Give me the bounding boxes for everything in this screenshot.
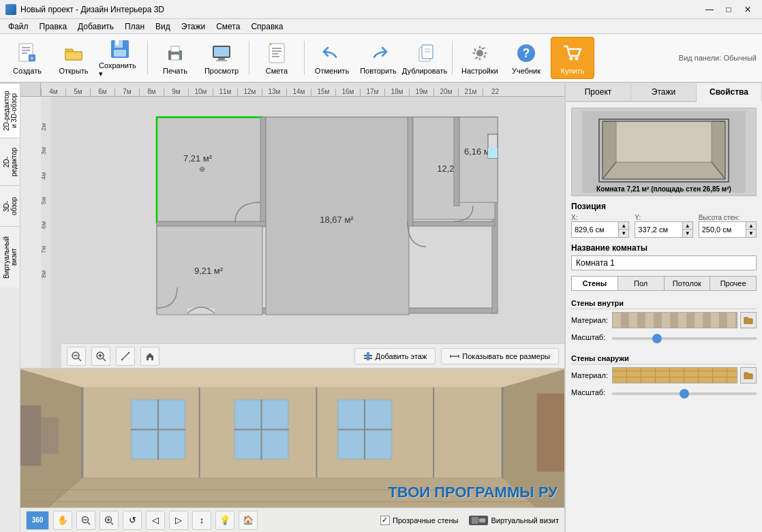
svg-text:⊕: ⊕	[199, 165, 205, 173]
ruler-mark: 7м	[115, 89, 139, 97]
pos-y-down[interactable]: ▼	[683, 230, 692, 237]
svg-line-113	[88, 522, 90, 525]
sidebar-tab-3d[interactable]: 3D-обзор	[0, 185, 20, 226]
tab-floors[interactable]: Этажи	[631, 83, 697, 101]
zoom-out-3d[interactable]	[76, 511, 95, 530]
walls-inside-scale-slider[interactable]	[612, 337, 757, 340]
undo-button[interactable]: Отменить	[310, 37, 354, 79]
pos-x-down[interactable]: ▼	[619, 230, 628, 237]
tab-project[interactable]: Проект	[566, 83, 631, 101]
menu-file[interactable]: Файл	[3, 20, 34, 33]
pos-y-up[interactable]: ▲	[683, 222, 692, 230]
walls-outside-scale-slider[interactable]	[612, 392, 757, 395]
pos-y-arrows: ▲ ▼	[682, 222, 692, 237]
save-button[interactable]: Сохранить ▾	[98, 37, 142, 79]
zoom-in-button[interactable]	[91, 347, 110, 366]
pos-height-down[interactable]: ▼	[746, 230, 756, 237]
transparent-walls-check[interactable]: ✓	[380, 516, 390, 525]
virtual-visit-icon	[469, 516, 488, 525]
mat-tab-ceiling[interactable]: Потолок	[665, 277, 711, 290]
sidebar-tab-2d-3d[interactable]: 2D-редактор и 3D-обзор	[0, 83, 20, 138]
menu-plan[interactable]: План	[119, 20, 150, 33]
floor-plan-canvas[interactable]: 2м 3м 4м 5м 6м 7м 8м	[41, 97, 564, 368]
zoom-in-3d[interactable]	[100, 511, 119, 530]
separator-1	[147, 41, 148, 75]
print-button[interactable]: Печать	[153, 37, 197, 79]
close-button[interactable]: ✕	[739, 2, 757, 17]
pos-x-input[interactable]	[572, 222, 618, 237]
menu-add[interactable]: Добавить	[72, 20, 119, 33]
menu-help[interactable]: Справка	[245, 20, 288, 33]
walls-inside-scale-label: Масштаб:	[571, 333, 612, 341]
pos-y-input[interactable]	[635, 222, 682, 237]
pos-x-up[interactable]: ▲	[619, 222, 628, 230]
walls-inside-folder[interactable]	[740, 312, 757, 328]
position-grid: X: ▲ ▼ Y:	[571, 214, 757, 238]
pos-height-input[interactable]	[699, 222, 746, 237]
minimize-button[interactable]: —	[701, 2, 718, 17]
svg-line-68	[103, 358, 106, 361]
rotate-button[interactable]: ↺	[123, 511, 142, 530]
tab-properties[interactable]: Свойства	[697, 83, 762, 102]
transparent-walls-toggle[interactable]: ✓ Прозрачные стены	[380, 516, 458, 525]
settings-button[interactable]: Настройки	[458, 37, 502, 79]
menu-edit[interactable]: Правка	[34, 20, 73, 33]
svg-point-27	[476, 50, 483, 57]
add-floor-button[interactable]: Добавить этаж	[354, 348, 436, 364]
estimate-icon	[264, 41, 289, 65]
svg-text:?: ?	[523, 46, 530, 60]
walls-inside-title: Стены внутри	[571, 299, 757, 309]
view360-button[interactable]: 360	[26, 511, 49, 530]
redo-icon	[366, 41, 391, 65]
mat-tab-walls[interactable]: Стены	[572, 277, 618, 290]
menu-floors[interactable]: Этажи	[176, 20, 211, 33]
maximize-button[interactable]: □	[720, 2, 737, 17]
show-sizes-button[interactable]: Показывать все размеры	[441, 348, 559, 364]
walls-outside-mat-label: Материал:	[571, 371, 612, 379]
zoom-out-button[interactable]	[67, 347, 86, 366]
ruler-mark: 10м	[188, 89, 213, 97]
svg-text:5м: 5м	[41, 197, 47, 204]
sidebar-tab-2d[interactable]: 2D-редактор	[0, 138, 20, 185]
ruler-mark: 12м	[237, 89, 262, 97]
virtual-visit-toggle[interactable]: Виртуальный визит	[469, 516, 559, 525]
buy-button[interactable]: Купить	[551, 37, 594, 79]
duplicate-label: Дублировать	[402, 67, 447, 75]
mat-tab-floor[interactable]: Пол	[618, 277, 665, 290]
sidebar-tab-virtual[interactable]: Виртуальный визит	[0, 226, 20, 287]
open-button[interactable]: Открыть	[52, 37, 95, 79]
pos-height-field: Высота стен: ▲ ▼	[699, 214, 757, 238]
measure-button[interactable]	[116, 347, 135, 366]
3d-view-area: ТВОИ ПРОГРАММЫ РУ 360 ✋ ↺ ◁ ▷ ↕ 💡 🏠	[20, 369, 564, 532]
mat-tab-other[interactable]: Прочее	[710, 277, 756, 290]
svg-rect-110	[41, 418, 58, 454]
camera-left[interactable]: ◁	[146, 511, 165, 530]
walls-outside-folder[interactable]	[740, 367, 757, 384]
create-button[interactable]: + Создать	[5, 37, 49, 79]
room-name-input[interactable]	[571, 255, 757, 270]
walls-inside-swatch[interactable]	[612, 312, 737, 328]
preview-button[interactable]: Просмотр	[200, 37, 243, 79]
walls-outside-swatch[interactable]	[612, 367, 737, 384]
ruler-mark: 16м	[335, 89, 360, 97]
reset-view-button[interactable]	[140, 347, 159, 366]
virtual-visit-label: Виртуальный визит	[491, 516, 559, 525]
svg-marker-122	[603, 162, 725, 179]
home-3d[interactable]: 🏠	[239, 511, 258, 530]
pan-button[interactable]: ✋	[53, 511, 72, 530]
estimate-button[interactable]: Смета	[255, 37, 299, 79]
camera-right[interactable]: ▷	[169, 511, 188, 530]
menu-view[interactable]: Вид	[150, 20, 176, 33]
preview-icon	[209, 41, 234, 65]
pos-height-up[interactable]: ▲	[746, 222, 756, 230]
separator-2	[249, 41, 249, 75]
redo-button[interactable]: Повторить	[356, 37, 400, 79]
tutorial-button[interactable]: ? Учебник	[504, 37, 548, 79]
room-name-title: Название комнаты	[571, 243, 757, 253]
svg-text:8м: 8м	[41, 270, 47, 278]
light-button[interactable]: 💡	[215, 511, 234, 530]
menu-estimate[interactable]: Смета	[211, 20, 245, 33]
camera-reset[interactable]: ↕	[192, 511, 211, 530]
duplicate-button[interactable]: Дублировать	[403, 37, 446, 79]
svg-rect-15	[214, 47, 229, 57]
